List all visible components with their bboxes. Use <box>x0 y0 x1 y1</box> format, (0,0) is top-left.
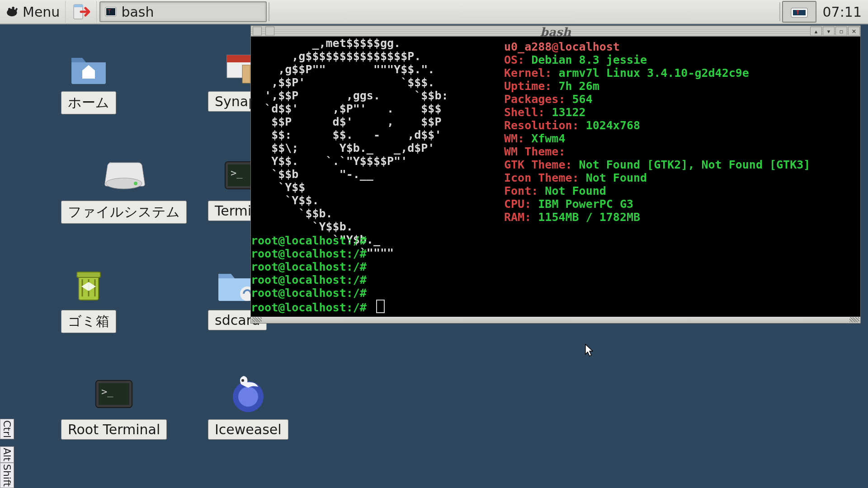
keyboard-icon: T <box>790 5 808 19</box>
desktop-icon-root-terminal[interactable]: >_ Root Terminal <box>61 373 167 440</box>
desktop-icon-iceweasel[interactable]: Iceweasel <box>208 373 288 440</box>
prompt-lines: root@localhost:/# root@localhost:/# root… <box>251 234 385 314</box>
menu-button[interactable]: Menu <box>0 1 66 23</box>
mouse-icon <box>5 5 23 18</box>
iceweasel-icon <box>226 373 270 417</box>
panel-separator <box>269 2 269 21</box>
clock[interactable]: 07:11 <box>820 4 868 20</box>
svg-rect-5 <box>74 5 83 7</box>
window-sticky-icon[interactable] <box>265 27 274 36</box>
menu-label: Menu <box>23 4 60 20</box>
window-titlebar[interactable]: ▴ ▾ ▫ ✕ <box>250 25 861 37</box>
svg-rect-20 <box>227 55 252 62</box>
terminal-icon: >_ <box>92 373 136 417</box>
drive-icon <box>102 155 146 198</box>
terminal-body[interactable]: _,met$$$$$gg. ,g$$$$$$$$$$$$$$$P. ,g$$P"… <box>250 36 861 317</box>
desktop-icon-label: ホーム <box>61 91 116 114</box>
window-close-button[interactable]: ✕ <box>848 27 860 36</box>
terminal-icon: T <box>105 6 117 18</box>
desktop-icon-label: ファイルシステム <box>61 201 187 224</box>
svg-text:>_: >_ <box>231 167 243 178</box>
window-resize-bar[interactable] <box>250 317 861 324</box>
screenfetch-info: u0_a288@localhost OS: Debian 8.3 jessie … <box>504 40 810 224</box>
window-maximize-button[interactable]: ▫ <box>835 27 847 36</box>
side-key-shift[interactable]: Shift <box>0 463 14 488</box>
side-key-alt[interactable]: Alt <box>0 446 14 463</box>
logout-icon <box>72 3 90 21</box>
side-key-ctrl[interactable]: Ctrl <box>0 419 14 439</box>
desktop-icon-label: Root Terminal <box>61 419 167 440</box>
svg-text:T: T <box>796 9 799 16</box>
ascii-art: _,met$$$$$gg. ,g$$$$$$$$$$$$$$$P. ,g$$P"… <box>251 37 448 259</box>
svg-text:T: T <box>108 9 111 15</box>
window-shade-button[interactable]: ▴ <box>810 27 822 36</box>
svg-point-28 <box>238 387 258 407</box>
taskbar-item-bash[interactable]: T bash <box>99 1 267 22</box>
window-minimize-button[interactable]: ▾ <box>823 27 835 36</box>
trash-icon <box>67 264 110 307</box>
svg-point-2 <box>8 8 11 11</box>
window-menu-icon[interactable] <box>253 27 262 36</box>
taskbar-item-label: bash <box>121 4 154 20</box>
logout-button[interactable] <box>66 1 97 23</box>
svg-rect-15 <box>77 272 100 277</box>
svg-text:>_: >_ <box>101 386 113 397</box>
desktop-icon-home[interactable]: ホーム <box>61 45 116 114</box>
desktop-icon-label: ゴミ箱 <box>61 310 116 333</box>
home-folder-icon <box>67 45 110 89</box>
svg-point-13 <box>134 182 137 185</box>
tray-keyboard[interactable]: T <box>782 1 816 23</box>
desktop-icon-label: Iceweasel <box>208 419 288 440</box>
desktop-icon-trash[interactable]: ゴミ箱 <box>61 264 116 333</box>
terminal-window[interactable]: bash ▴ ▾ ▫ ✕ _,met$$$$$gg. ,g$$$$$$$$$$$… <box>250 25 861 324</box>
svg-point-3 <box>12 7 14 9</box>
panel-separator <box>779 2 780 21</box>
svg-point-29 <box>241 379 244 382</box>
top-panel: Menu T bash T 07:11 <box>0 0 868 24</box>
cursor-icon <box>585 344 595 357</box>
desktop-icon-filesystem[interactable]: ファイルシステム <box>61 155 187 224</box>
